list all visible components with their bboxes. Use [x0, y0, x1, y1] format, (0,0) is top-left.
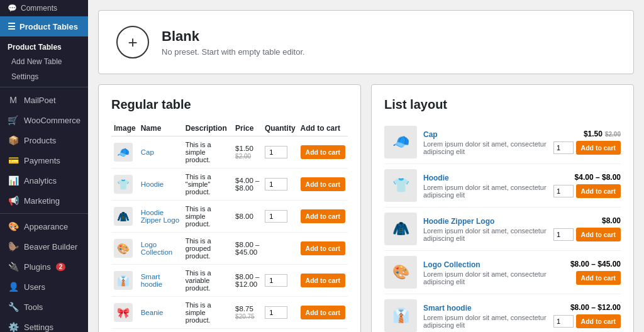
product-name-cell: Hoodie Zipper Logo: [138, 201, 183, 233]
list-item-right: $8.00Add to cart: [553, 216, 621, 241]
list-item-name-link[interactable]: Hoodie: [423, 174, 449, 182]
product-thumbnail: 🎀: [114, 303, 133, 322]
product-desc-cell: This is a grouped product.: [183, 233, 233, 265]
sidebar-item-settings-sub[interactable]: Settings: [0, 69, 88, 84]
tools-icon: 🔧: [8, 302, 19, 312]
product-name-cell: Beanie: [138, 297, 183, 329]
sidebar-item-settings-main[interactable]: ⚙️ Settings: [0, 317, 88, 332]
product-name-link[interactable]: Hoodie: [141, 180, 164, 188]
sidebar-item-add-new-table[interactable]: Add New Table: [0, 54, 88, 69]
list-layout-card: List layout 🧢CapLorem ipsum dolor sit am…: [371, 84, 634, 332]
product-price-cell: $20.00: [233, 329, 262, 333]
add-to-cart-button[interactable]: Add to cart: [301, 274, 345, 287]
list-item-info: Smart hoodieLorem ipsum dolor sit amet, …: [423, 303, 547, 329]
sidebar-item-plugins[interactable]: 🔌 Plugins 2: [0, 257, 88, 277]
list-item-price: $8.00: [602, 216, 621, 225]
list-item-price: $8.00 – $45.00: [570, 260, 621, 268]
product-image-cell: 🧥: [111, 201, 138, 233]
sidebar-item-tools[interactable]: 🔧 Tools: [0, 297, 88, 317]
list-item-right: $8.00 – $12.00Add to cart: [553, 303, 621, 328]
list-add-to-cart-button[interactable]: Add to cart: [576, 228, 621, 241]
col-quantity: Quantity: [262, 121, 298, 136]
sidebar-item-beaver-builder[interactable]: 🦫 Beaver Builder: [0, 236, 88, 257]
add-to-cart-button[interactable]: Add to cart: [301, 241, 345, 255]
product-image-cell: 🎀: [111, 297, 138, 329]
add-to-cart-button[interactable]: Add to cart: [301, 177, 345, 191]
list-item: 🧢CapLorem ipsum dolor sit amet, consecte…: [384, 121, 621, 164]
product-name-link[interactable]: Hoodie Zipper Logo: [141, 209, 179, 224]
product-price-cell: $8.00 – $45.00: [233, 233, 262, 265]
sidebar-item-products[interactable]: 📦 Products: [0, 130, 88, 150]
product-image-cell: 🕶️: [111, 329, 138, 333]
list-item-description: Lorem ipsum dolor sit amet, consectetur …: [423, 227, 547, 242]
mailpoet-icon: M: [8, 95, 19, 105]
blank-preset-card[interactable]: + Blank No preset. Start with empty tabl…: [98, 10, 634, 74]
analytics-icon: 📊: [8, 175, 19, 185]
list-item-price-row: $8.00: [602, 216, 621, 225]
list-item-image: 🧢: [384, 126, 417, 158]
quantity-input[interactable]: [265, 306, 287, 319]
sidebar-product-tables-header[interactable]: ☰ Product Tables: [0, 16, 88, 36]
add-to-cart-cell: Add to cart: [298, 233, 348, 265]
list-quantity-input[interactable]: [553, 185, 574, 197]
product-name-link[interactable]: Beanie: [141, 309, 164, 316]
quantity-input[interactable]: [265, 146, 287, 158]
list-quantity-input[interactable]: [553, 228, 574, 241]
sidebar-item-marketing[interactable]: 📢 Marketing: [0, 191, 88, 211]
list-item-name-link[interactable]: Smart hoodie: [423, 304, 472, 313]
list-item-info: HoodieLorem ipsum dolor sit amet, consec…: [423, 173, 547, 199]
list-item: 👔Smart hoodieLorem ipsum dolor sit amet,…: [384, 294, 621, 332]
list-item-name-link[interactable]: Cap: [423, 130, 438, 139]
list-item-price-row: $8.00 – $12.00: [570, 303, 621, 312]
product-name-link[interactable]: Logo Collection: [141, 241, 173, 256]
main-content: + Blank No preset. Start with empty tabl…: [88, 0, 644, 332]
add-to-cart-button[interactable]: Add to cart: [301, 306, 345, 319]
add-to-cart-button[interactable]: Add to cart: [301, 145, 345, 159]
sidebar-item-payments[interactable]: 💳 Payments: [0, 150, 88, 170]
list-item-info: CapLorem ipsum dolor sit amet, consectet…: [423, 130, 547, 155]
list-item: 🧥Hoodie Zipper LogoLorem ipsum dolor sit…: [384, 208, 621, 251]
product-image-cell: 🎨: [111, 233, 138, 265]
sidebar-item-appearance[interactable]: 🎨 Appearance: [0, 216, 88, 236]
product-price: $4.00 – $8.00: [235, 177, 259, 192]
list-quantity-input[interactable]: [553, 141, 574, 154]
product-price-cell: $8.00 – $12.00: [233, 265, 262, 297]
product-name-link[interactable]: Smart hoodie: [141, 273, 163, 288]
list-add-to-cart-button[interactable]: Add to cart: [576, 184, 621, 198]
list-item: 🎨Logo CollectionLorem ipsum dolor sit am…: [384, 251, 621, 294]
product-price-cell: $8.00: [233, 201, 262, 233]
add-to-cart-button[interactable]: Add to cart: [301, 209, 345, 223]
list-item-name-link[interactable]: Hoodie Zipper Logo: [423, 217, 494, 226]
product-name-link[interactable]: Cap: [141, 148, 154, 156]
marketing-icon: 📢: [8, 196, 19, 206]
list-item-name-link[interactable]: Logo Collection: [423, 260, 480, 269]
list-add-to-cart-button[interactable]: Add to cart: [576, 271, 621, 285]
list-quantity-input[interactable]: [553, 315, 574, 328]
sidebar-item-woocommerce[interactable]: 🛒 WooCommerce: [0, 110, 88, 130]
product-desc-cell: This is a simple product.: [183, 329, 233, 333]
list-add-to-cart-button[interactable]: Add to cart: [576, 141, 621, 155]
list-item-add-row: Add to cart: [553, 184, 621, 198]
quantity-input[interactable]: [265, 274, 287, 287]
quantity-input[interactable]: [265, 210, 287, 223]
sidebar-divider-2: [0, 213, 88, 214]
quantity-input[interactable]: [265, 178, 287, 191]
sidebar-item-analytics[interactable]: 📊 Analytics: [0, 170, 88, 191]
list-add-to-cart-button[interactable]: Add to cart: [576, 314, 621, 328]
list-item-price-row: $1.50 $2.00: [584, 130, 621, 138]
menu-icon: ☰: [8, 21, 16, 31]
woocommerce-icon: 🛒: [8, 115, 19, 125]
add-to-cart-cell: Add to cart: [298, 201, 348, 233]
table-row: 🧢CapThis is a simple product.$1.50 $2.00…: [111, 136, 348, 169]
users-icon: 👤: [8, 282, 19, 292]
col-add-to-cart: Add to cart: [298, 121, 348, 136]
sidebar-item-mailpoet[interactable]: M MailPoet: [0, 90, 88, 110]
blank-card-description: No preset. Start with empty table editor…: [162, 47, 305, 57]
list-item-description: Lorem ipsum dolor sit amet, consectetur …: [423, 140, 547, 155]
sidebar-item-comments[interactable]: 💬 Comments: [0, 0, 88, 16]
sidebar-item-users[interactable]: 👤 Users: [0, 277, 88, 297]
product-desc-cell: This is a variable product.: [183, 265, 233, 297]
table-row: 🎀BeanieThis is a simple product.$8.75 $2…: [111, 297, 348, 329]
blank-card-title: Blank: [162, 28, 305, 45]
product-thumbnail: 🎨: [114, 239, 133, 258]
